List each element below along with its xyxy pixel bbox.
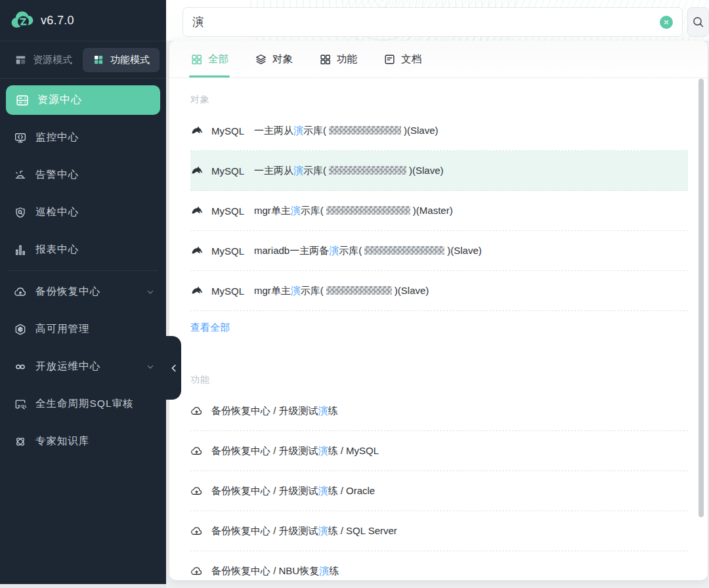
result-text-part: )(Master) — [413, 205, 453, 216]
result-text: 备份恢复中心 / 升级测试演练 / Oracle — [211, 485, 375, 497]
tab-all[interactable]: 全部 — [190, 41, 228, 77]
result-row[interactable]: 备份恢复中心 / 升级测试演练 / MySQL — [190, 431, 688, 471]
object-result-list: MySQL一主两从演示库()(Slave)MySQL一主两从演示库()(Slav… — [190, 111, 688, 311]
result-text-part: 备份恢复中心 / NBU恢复 — [211, 565, 319, 576]
result-row[interactable]: MySQLmgr单主演示库()(Slave) — [190, 271, 688, 311]
tab-functions[interactable]: 功能 — [319, 41, 357, 77]
sidebar-item-label: 备份恢复中心 — [35, 285, 100, 299]
result-text: 一主两从演示库()(Slave) — [254, 165, 444, 177]
sidebar-item-inspection-center[interactable]: 巡检中心 — [0, 194, 166, 231]
cloud-upload-icon — [190, 525, 203, 537]
search-icon — [691, 15, 705, 29]
result-text-part: mgr单主 — [254, 285, 291, 296]
keyword-highlight: 演 — [318, 405, 328, 416]
sidebar-item-label: 监控中心 — [35, 131, 79, 144]
result-text-part: 示库( — [303, 125, 326, 136]
sidebar-item-alert-center[interactable]: 告警中心 — [0, 156, 166, 194]
keyword-highlight: 演 — [318, 525, 328, 536]
result-row[interactable]: MySQL一主两从演示库()(Slave) — [190, 111, 688, 151]
result-tabs: 全部 对象 功能 文档 — [169, 41, 708, 78]
keyword-highlight: 演 — [291, 285, 301, 296]
result-row[interactable]: MySQL一主两从演示库()(Slave) — [190, 151, 688, 191]
layout-icon — [14, 54, 27, 66]
clear-search-button[interactable] — [660, 16, 673, 29]
result-text-part: 示库( — [339, 245, 362, 256]
sidebar-item-expert-knowledge-base[interactable]: 专家知识库 — [0, 423, 166, 460]
knot-icon — [14, 435, 27, 448]
search-input[interactable] — [192, 16, 660, 29]
sidebar: v6.7.0 资源模式 功能模式 资源中心 监控中心 告警中心 巡检中心 — [0, 0, 166, 584]
result-text: 备份恢复中心 / NBU恢复演练 — [211, 565, 339, 578]
mode-label: 功能模式 — [110, 54, 150, 66]
sidebar-item-label: 报表中心 — [35, 243, 79, 257]
global-search-box[interactable] — [183, 7, 683, 37]
result-text-part: )(Slave) — [447, 245, 482, 256]
keyword-highlight: 演 — [319, 565, 329, 576]
result-row[interactable]: 备份恢复中心 / 升级测试演练 / Oracle — [190, 471, 688, 511]
alarm-icon — [14, 169, 27, 182]
sidebar-collapse-handle[interactable] — [166, 336, 181, 400]
result-text-part: 练 / MySQL — [328, 445, 379, 456]
result-row[interactable]: MySQLmgr单主演示库()(Master) — [190, 191, 688, 231]
tab-documents[interactable]: 文档 — [383, 41, 421, 77]
server-icon — [15, 93, 30, 108]
function-result-list: 备份恢复中心 / 升级测试演练备份恢复中心 / 升级测试演练 / MySQL备份… — [190, 391, 688, 580]
keyword-highlight: 演 — [318, 485, 328, 496]
engine-label: MySQL — [211, 285, 244, 297]
result-row[interactable]: 备份恢复中心 / 升级测试演练 — [190, 391, 688, 431]
engine-label: MySQL — [211, 165, 244, 177]
main-area: 全部 对象 功能 文档 对象 MySQL一主两从演示库()(Slave)MySQ… — [166, 0, 709, 588]
result-text-part: mariadb一主两备 — [254, 245, 329, 256]
mysql-icon — [190, 125, 203, 137]
result-row[interactable]: 备份恢复中心 / NBU恢复演练 — [190, 551, 688, 580]
result-text-part: 示库( — [301, 285, 324, 296]
monitor-icon — [14, 131, 27, 144]
sidebar-item-resource-center[interactable]: 资源中心 — [6, 85, 160, 115]
result-text-part: 一主两从 — [254, 165, 293, 176]
result-text-part: 备份恢复中心 / 升级测试 — [211, 525, 318, 536]
result-text-part: 备份恢复中心 / 升级测试 — [211, 485, 318, 496]
result-row[interactable]: 备份恢复中心 / 升级测试演练 / SQL Server — [190, 511, 688, 551]
sidebar-item-ha-management[interactable]: 高可用管理 — [0, 310, 166, 348]
result-text: mgr单主演示库()(Slave) — [254, 285, 429, 297]
search-button[interactable] — [687, 7, 709, 37]
chevron-down-icon — [145, 362, 156, 372]
tab-objects[interactable]: 对象 — [255, 41, 293, 77]
layers-icon — [255, 53, 267, 66]
result-text-part: )(Slave) — [409, 165, 444, 176]
redacted-text — [364, 246, 444, 255]
result-text-part: )(Slave) — [395, 285, 429, 296]
bar-chart-icon — [14, 243, 27, 257]
result-text-part: 一主两从 — [254, 125, 293, 136]
result-row[interactable]: MySQLmariadb一主两备演示库()(Slave) — [190, 231, 688, 271]
result-text-part: 备份恢复中心 / 升级测试 — [211, 445, 318, 456]
result-text-part: 练 / SQL Server — [328, 525, 397, 536]
sidebar-item-report-center[interactable]: 报表中心 — [0, 231, 166, 268]
mode-resource[interactable]: 资源模式 — [14, 54, 72, 66]
cloud-upload-icon — [190, 445, 203, 457]
view-all-link[interactable]: 查看全部 — [190, 322, 230, 337]
mode-function[interactable]: 功能模式 — [83, 48, 160, 72]
result-text-part: 示库( — [301, 205, 324, 216]
result-text: 备份恢复中心 / 升级测试演练 / MySQL — [211, 445, 379, 457]
sidebar-item-label: 全生命周期SQL审核 — [35, 397, 134, 411]
sidebar-item-backup-recovery-center[interactable]: 备份恢复中心 — [0, 273, 166, 310]
keyword-highlight: 演 — [291, 205, 301, 216]
sidebar-item-label: 专家知识库 — [35, 434, 90, 448]
functions-section-header: 功能 — [190, 374, 688, 386]
redacted-text — [329, 166, 406, 175]
chevron-left-icon — [168, 362, 180, 374]
sidebar-item-monitor-center[interactable]: 监控中心 — [0, 119, 166, 156]
document-icon — [383, 53, 396, 66]
results-scrollbar[interactable] — [698, 79, 704, 517]
sidebar-item-label: 告警中心 — [35, 168, 79, 182]
sidebar-item-sql-audit[interactable]: 全生命周期SQL审核 — [0, 385, 166, 423]
mode-toggle: 资源模式 功能模式 — [0, 41, 166, 78]
engine-label: MySQL — [211, 125, 244, 136]
mode-label: 资源模式 — [33, 54, 72, 66]
cloud-icon — [14, 285, 27, 299]
divider — [8, 270, 158, 271]
sidebar-item-label: 开放运维中心 — [35, 360, 100, 373]
sidebar-item-open-ops-center[interactable]: 开放运维中心 — [0, 348, 166, 385]
result-text-part: mgr单主 — [254, 205, 291, 216]
